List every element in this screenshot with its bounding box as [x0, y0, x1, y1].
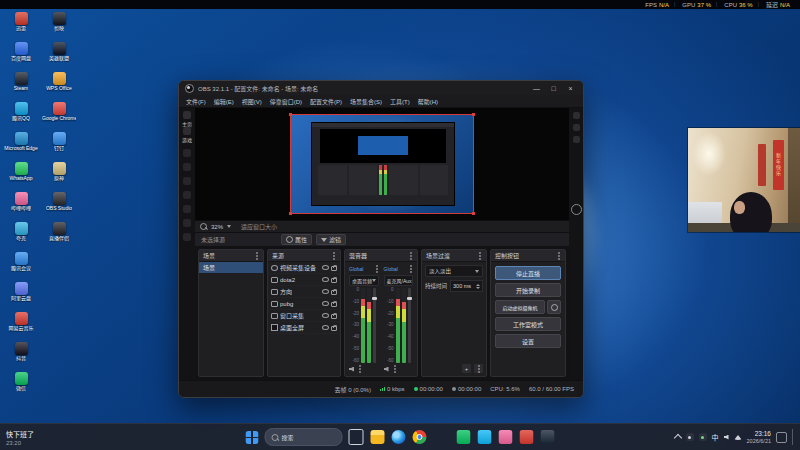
- menu-item[interactable]: 视图(V): [239, 97, 265, 106]
- desktop-icon[interactable]: 剪映: [42, 12, 76, 38]
- stop-streaming-button[interactable]: 停止直播: [495, 266, 561, 280]
- desktop-icon[interactable]: 英雄联盟: [42, 42, 76, 68]
- desktop-icon[interactable]: WPS Office: [42, 72, 76, 98]
- network-icon[interactable]: [734, 435, 742, 440]
- panel-menu-icon[interactable]: [479, 255, 481, 257]
- desktop-icon[interactable]: Google Chrome: [42, 102, 76, 128]
- selection-handle[interactable]: [289, 212, 292, 215]
- desktop-icon[interactable]: 微信: [4, 372, 38, 398]
- rail-icon[interactable]: [183, 205, 191, 213]
- desktop-icon[interactable]: OBS Studio: [42, 192, 76, 218]
- desktop-icon[interactable]: Microsoft Edge: [4, 132, 38, 158]
- fader-knob[interactable]: [372, 297, 377, 300]
- source-checkbox[interactable]: [271, 324, 278, 331]
- menu-item[interactable]: 停靠窗口(D): [267, 97, 305, 106]
- selection-handle[interactable]: [472, 113, 475, 116]
- visibility-eye-icon[interactable]: [322, 301, 329, 306]
- taskbar-app-icon[interactable]: [519, 430, 534, 445]
- desktop-icon[interactable]: 直播伴侣: [42, 222, 76, 248]
- rail-icon[interactable]: [183, 177, 191, 185]
- chevron-down-icon[interactable]: [227, 225, 231, 228]
- desktop-icon[interactable]: 钉钉: [42, 132, 76, 158]
- tray-clock[interactable]: 23:16 2026/6/21: [747, 430, 771, 444]
- desktop-icon[interactable]: Steam: [4, 72, 38, 98]
- lock-icon[interactable]: [331, 302, 337, 307]
- add-transition-button[interactable]: [462, 364, 471, 373]
- volume-icon[interactable]: [724, 435, 729, 440]
- spinner-arrows[interactable]: [476, 284, 480, 289]
- source-row[interactable]: dota2: [268, 274, 340, 286]
- desktop-icon[interactable]: 迅雷: [4, 12, 38, 38]
- taskbar-app-icon[interactable]: [498, 430, 513, 445]
- desktop-icon[interactable]: 腾讯QQ: [4, 102, 38, 128]
- transition-select[interactable]: 淡入淡出: [425, 265, 483, 277]
- panel-menu-icon[interactable]: [410, 255, 412, 257]
- virtual-camera-button[interactable]: 启动虚拟摄像机: [495, 300, 545, 314]
- menu-item[interactable]: 场景集合(S): [347, 97, 385, 106]
- desktop-icon[interactable]: 原神: [42, 162, 76, 188]
- visibility-eye-icon[interactable]: [322, 265, 329, 270]
- source-row[interactable]: 桌面全屏: [268, 322, 340, 334]
- input-method-indicator[interactable]: 中: [712, 432, 719, 442]
- maximize-button[interactable]: [547, 85, 560, 92]
- desktop-icon[interactable]: 抖音: [4, 342, 38, 368]
- tray-app-icon[interactable]: [686, 433, 694, 441]
- desktop-icon[interactable]: 夸克: [4, 222, 38, 248]
- taskbar-app-icon[interactable]: [477, 430, 492, 445]
- menu-item[interactable]: 帮助(H): [415, 97, 441, 106]
- speaker-icon[interactable]: [384, 367, 389, 372]
- rail-tab[interactable]: 游戏: [182, 127, 192, 143]
- taskbar-app-icon[interactable]: [456, 430, 471, 445]
- search-box[interactable]: 搜索: [265, 428, 343, 446]
- rail-icon[interactable]: [183, 233, 191, 241]
- menu-item[interactable]: 配置文件(P): [307, 97, 345, 106]
- scene-list-item[interactable]: 场景: [199, 262, 263, 273]
- start-button[interactable]: [246, 431, 259, 444]
- taskbar-app-icon[interactable]: [391, 430, 406, 445]
- desktop-icon[interactable]: 阿里云盘: [4, 282, 38, 308]
- close-button[interactable]: [564, 85, 577, 92]
- lock-icon[interactable]: [331, 314, 337, 319]
- program-preview[interactable]: [195, 108, 569, 220]
- zoom-fit-label[interactable]: 适应窗口大小: [241, 222, 277, 231]
- source-row[interactable]: 方向: [268, 286, 340, 298]
- volume-fader[interactable]: [373, 288, 376, 363]
- taskbar-app-icon[interactable]: [370, 430, 385, 445]
- rail-icon[interactable]: [183, 219, 191, 227]
- rail-icon[interactable]: [183, 163, 191, 171]
- desktop-icon[interactable]: WhatsApp: [4, 162, 38, 188]
- taskbar-app-icon[interactable]: [349, 430, 364, 445]
- lock-icon[interactable]: [331, 326, 337, 331]
- panel-menu-icon[interactable]: [558, 255, 560, 257]
- duration-spinner[interactable]: 300 ms: [450, 280, 483, 292]
- desktop-icon[interactable]: 哔哩哔哩: [4, 192, 38, 218]
- tray-app-icon[interactable]: [699, 433, 707, 441]
- taskbar-app-icon[interactable]: [540, 430, 555, 445]
- menu-item[interactable]: 文件(F): [183, 97, 209, 106]
- properties-button[interactable]: 属性: [281, 234, 312, 245]
- transition-menu-button[interactable]: [474, 364, 483, 373]
- visibility-eye-icon[interactable]: [322, 277, 329, 282]
- desktop-icon[interactable]: 百度网盘: [4, 42, 38, 68]
- channel-settings-icon[interactable]: [359, 368, 361, 370]
- source-row[interactable]: 窗口采集: [268, 310, 340, 322]
- virtual-camera-config-button[interactable]: [547, 300, 561, 314]
- notification-center-icon[interactable]: [776, 432, 787, 443]
- channel-source-select[interactable]: 麦克风/Aux: [384, 275, 414, 286]
- rail-icon[interactable]: [183, 191, 191, 199]
- rail-icon[interactable]: [573, 112, 580, 119]
- filters-button[interactable]: 滤镜: [316, 234, 346, 245]
- zoom-level[interactable]: 32%: [211, 224, 223, 230]
- visibility-eye-icon[interactable]: [322, 325, 329, 330]
- menu-item[interactable]: 工具(T): [387, 97, 413, 106]
- channel-menu-icon[interactable]: [376, 268, 378, 270]
- show-desktop-strip[interactable]: [792, 429, 795, 445]
- visibility-eye-icon[interactable]: [322, 313, 329, 318]
- desktop-icon[interactable]: 网易云音乐: [4, 312, 38, 338]
- settings-button[interactable]: 设置: [495, 334, 561, 348]
- lock-icon[interactable]: [331, 266, 337, 271]
- menu-item[interactable]: 编辑(E): [211, 97, 237, 106]
- rail-icon[interactable]: [573, 136, 580, 143]
- channel-menu-icon[interactable]: [410, 268, 412, 270]
- channel-source-select[interactable]: 桌面音频: [349, 275, 379, 286]
